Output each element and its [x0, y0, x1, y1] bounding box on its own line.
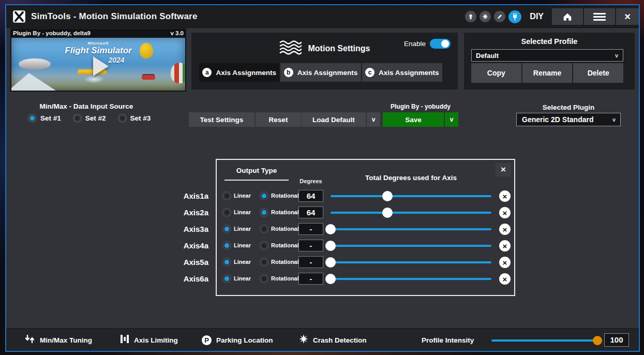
test-settings-button[interactable]: Test Settings: [189, 112, 254, 127]
rotational-radio[interactable]: [260, 258, 268, 266]
degrees-value[interactable]: -: [298, 273, 323, 285]
save-button[interactable]: Save: [383, 112, 444, 127]
axis-clear-button[interactable]: ×: [499, 190, 511, 202]
rotational-radio-label: Rotational: [271, 242, 299, 248]
axis-degrees-slider[interactable]: [331, 195, 491, 197]
linear-radio[interactable]: [223, 258, 231, 266]
axis-degrees-slider[interactable]: [331, 245, 491, 247]
set-radio[interactable]: [118, 114, 126, 122]
plugin-dropdown[interactable]: Generic 2D Standard v: [516, 113, 621, 126]
set2-option[interactable]: Set #2: [73, 114, 106, 122]
axis-clear-button[interactable]: ×: [499, 207, 511, 218]
axis-degrees-slider[interactable]: [331, 261, 491, 263]
linear-radio[interactable]: [223, 192, 231, 200]
save-dropdown-button[interactable]: v: [445, 112, 458, 127]
axis-label: Axis4a: [176, 238, 208, 254]
load-default-dropdown-button[interactable]: v: [367, 112, 380, 127]
slider-thumb[interactable]: [325, 241, 336, 251]
linear-radio[interactable]: [223, 242, 231, 249]
degrees-value[interactable]: 64: [298, 206, 323, 218]
reset-button[interactable]: Reset: [256, 112, 301, 127]
tab-letter-icon: b: [284, 68, 293, 77]
axis-degrees-slider[interactable]: [331, 212, 491, 214]
linear-radio[interactable]: [223, 225, 231, 233]
linear-radio-label: Linear: [234, 275, 251, 282]
game-preview-image[interactable]: Microsoft Flight Simulator 2024: [11, 38, 185, 91]
axis-limiting-button[interactable]: Axis Limiting: [120, 329, 178, 351]
slider-thumb[interactable]: [382, 191, 393, 201]
rotational-radio[interactable]: [260, 192, 268, 200]
rotational-radio-label: Rotational: [271, 275, 299, 282]
edit-icon[interactable]: [494, 11, 505, 22]
crash-status-icon[interactable]: [480, 11, 491, 22]
slider-thumb[interactable]: [325, 224, 336, 234]
slider-thumb[interactable]: [382, 208, 393, 218]
hamburger-icon: [593, 11, 606, 22]
title-bar[interactable]: SimTools - Motion Simulation Software DI…: [6, 5, 639, 28]
degrees-value[interactable]: -: [298, 256, 323, 268]
update-icon[interactable]: [465, 11, 476, 22]
set3-option[interactable]: Set #3: [118, 114, 151, 122]
axis-degrees-slider[interactable]: [331, 228, 491, 230]
axis-rows: Axis1aLinearRotational64×Axis2aLinearRot…: [217, 188, 514, 287]
enable-label: Enable: [404, 40, 426, 48]
intensity-thumb[interactable]: [593, 336, 602, 345]
tab-letter-icon: a: [202, 68, 212, 77]
tab-axis-assignments-a[interactable]: a Axis Assignments: [199, 63, 279, 82]
copy-button[interactable]: Copy: [471, 63, 521, 83]
axis-row: Axis3aLinearRotational-×: [217, 221, 514, 238]
tab-axis-assignments-b[interactable]: b Axis Assignments: [280, 63, 361, 82]
rotational-radio[interactable]: [260, 275, 268, 283]
slider-thumb[interactable]: [325, 257, 336, 268]
slider-thumb[interactable]: [325, 274, 336, 284]
crash-detection-button[interactable]: Crash Detection: [299, 329, 367, 351]
axis-degrees-slider[interactable]: [331, 278, 491, 280]
degrees-value[interactable]: 64: [298, 190, 323, 202]
rename-button[interactable]: Rename: [522, 63, 573, 83]
plugin-connection-icon[interactable]: [508, 10, 521, 23]
rotational-radio[interactable]: [260, 242, 268, 249]
profile-dropdown[interactable]: Default v: [471, 49, 623, 62]
enable-toggle[interactable]: [430, 39, 451, 49]
menu-button[interactable]: [584, 8, 615, 25]
linear-radio[interactable]: [223, 209, 231, 216]
linear-radio[interactable]: [223, 275, 231, 283]
rotational-radio-label: Rotational: [271, 209, 299, 215]
degrees-value[interactable]: -: [298, 223, 323, 235]
set-radio[interactable]: [73, 114, 81, 122]
output-type-underline: [224, 180, 289, 181]
axis-clear-button[interactable]: ×: [499, 240, 511, 252]
linear-radio-label: Linear: [234, 209, 251, 215]
helicopter-graphic: [142, 75, 155, 80]
data-input-source-title: Min/Max - Data Input Source: [22, 102, 151, 110]
close-button[interactable]: ×: [616, 8, 639, 25]
window-title: SimTools - Motion Simulation Software: [31, 11, 198, 22]
output-type-header: Output Type: [224, 167, 289, 174]
degrees-value[interactable]: -: [298, 240, 323, 252]
delete-button[interactable]: Delete: [573, 63, 623, 83]
axis-label: Axis2a: [176, 204, 208, 221]
home-button[interactable]: [552, 8, 583, 25]
chevron-down-icon: v: [612, 116, 616, 123]
simtools-logo-icon: [12, 10, 26, 23]
axis-clear-button[interactable]: ×: [499, 273, 511, 285]
axis-clear-button[interactable]: ×: [499, 257, 511, 268]
play-button[interactable]: [93, 56, 109, 76]
degrees-header: Degrees: [295, 178, 326, 184]
min-max-tuning-button[interactable]: Min/Max Tuning: [25, 329, 92, 351]
rotational-radio[interactable]: [260, 225, 268, 233]
motion-settings-panel: Motion Settings Enable a Axis Assignment…: [191, 33, 458, 90]
set1-option[interactable]: Set #1: [28, 114, 61, 122]
chevron-down-icon: v: [615, 52, 618, 58]
rotational-radio[interactable]: [260, 209, 268, 216]
axis-clear-button[interactable]: ×: [499, 224, 511, 235]
set-radio[interactable]: [28, 114, 36, 122]
parking-location-button[interactable]: P Parking Location: [202, 329, 273, 351]
profile-intensity-slider[interactable]: [491, 339, 597, 342]
tab-axis-assignments-c[interactable]: c Axis Assignments: [362, 63, 442, 82]
tab-letter-icon: c: [365, 68, 375, 77]
plugin-preview-panel: Plugin By - yobuddy, delta9 v 3.0 Micros…: [10, 28, 186, 92]
load-default-button[interactable]: Load Default: [302, 112, 366, 127]
dialog-close-button[interactable]: ×: [496, 163, 511, 176]
axis-label: Axis6a: [176, 271, 208, 287]
